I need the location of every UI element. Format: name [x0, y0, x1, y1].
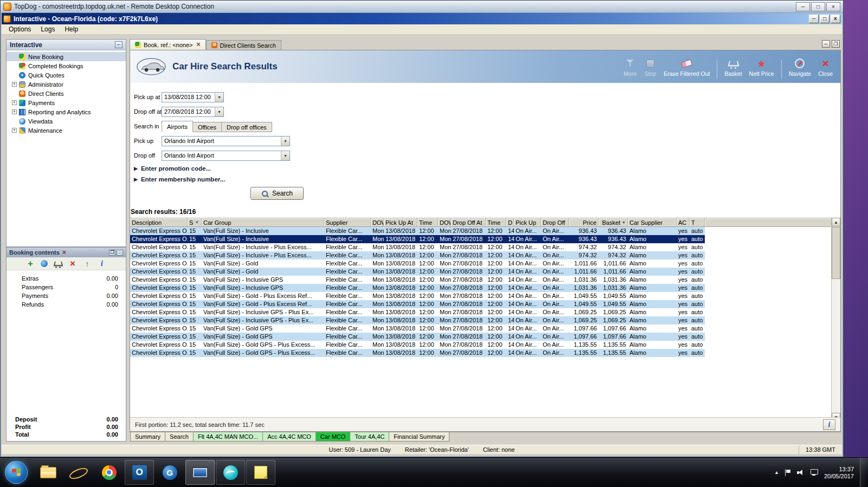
menu-options[interactable]: Options — [4, 24, 36, 34]
search-in-tab-airports[interactable]: Airports — [162, 121, 193, 132]
dropoff-location-combobox[interactable]: Orlando Intl Airport ▼ — [162, 151, 290, 161]
column-header-drop-off[interactable]: Drop Off — [541, 218, 569, 226]
tab-booking-ref[interactable]: Book. ref.: <none> × — [130, 39, 206, 50]
column-header-t[interactable]: T — [690, 218, 705, 226]
bottom-tab-car-mco[interactable]: Car MCO — [316, 432, 350, 441]
column-header-basket[interactable]: Basket▼ — [599, 218, 628, 226]
sidebar-item-direct-clients[interactable]: Direct Clients — [7, 89, 126, 98]
taskbar-outlook-button[interactable] — [125, 460, 154, 485]
bottom-tab-summary[interactable]: Summary — [130, 432, 165, 441]
column-header-pick-up-at[interactable]: Pick Up At — [384, 218, 417, 226]
filter-icon[interactable]: ▼ — [195, 220, 199, 225]
menu-logs[interactable]: Logs — [36, 24, 60, 34]
booking-panel-restore-button[interactable]: ❐ — [109, 250, 115, 256]
result-row[interactable]: Chevrolet Express O...15Van(Full Size) -… — [130, 276, 705, 284]
promotion-code-toggle[interactable]: ▶ Enter promotion code... — [134, 165, 211, 172]
rdp-close-button[interactable]: × — [826, 2, 840, 11]
result-row[interactable]: Chevrolet Express O...15Van(Full Size) -… — [130, 235, 705, 243]
search-in-tab-drop-off-offices[interactable]: Drop off offices — [221, 122, 272, 132]
app-maximize-button[interactable]: □ — [820, 15, 830, 23]
chevron-down-icon[interactable]: ▼ — [215, 107, 223, 116]
result-row[interactable]: Chevrolet Express O...15Van(Full Size) -… — [130, 251, 705, 259]
taskbar-g-app-button[interactable] — [155, 460, 184, 485]
expander-icon[interactable]: + — [12, 128, 17, 133]
taskbar-chrome-button[interactable] — [94, 460, 124, 485]
info-icon[interactable] — [98, 259, 106, 268]
panel-collapse-button[interactable]: ─ — [115, 41, 123, 48]
chevron-down-icon[interactable]: ▼ — [215, 93, 223, 102]
result-row[interactable]: Chevrolet Express O...15Van(Full Size) -… — [130, 341, 705, 349]
results-scrollbar[interactable]: ▲ ▼ — [831, 218, 840, 421]
membership-number-toggle[interactable]: ▶ Enter membership number... — [134, 176, 225, 183]
rdp-minimize-button[interactable]: ─ — [796, 2, 810, 11]
volume-icon[interactable] — [797, 469, 805, 476]
result-row[interactable]: Chevrolet Express O...15Van(Full Size) -… — [130, 316, 705, 324]
mdi-restore-button[interactable]: ❐ — [832, 40, 840, 48]
sidebar-item-maintenance[interactable]: +Maintenance — [7, 126, 126, 135]
bottom-tab-tour-4a-4c[interactable]: Tour 4A,4C — [350, 432, 389, 441]
bottom-tab-financial-summary[interactable]: Financial Summary — [389, 432, 449, 441]
toolbar-close-button[interactable]: Close — [818, 58, 833, 77]
clock[interactable]: 13:37 20/05/2017 — [824, 465, 854, 480]
column-header-car-supplier[interactable]: Car Supplier — [628, 218, 677, 226]
taskbar-internet-explorer-button[interactable] — [64, 460, 93, 485]
column-header-car-group[interactable]: Car Group — [202, 218, 324, 226]
toolbar-erase-filtered-out-button[interactable]: Erase Filtered Out — [664, 58, 710, 77]
rdp-maximize-button[interactable]: □ — [811, 2, 825, 11]
booking-contents-close-icon[interactable]: × — [62, 250, 66, 255]
column-header-description[interactable]: Description — [130, 218, 188, 226]
toolbar-basket-button[interactable]: Basket — [724, 58, 742, 77]
result-row[interactable]: Chevrolet Express O...15Van(Full Size) -… — [130, 349, 705, 357]
mdi-minimize-button[interactable]: ─ — [822, 40, 830, 48]
toolbar-nett-price-button[interactable]: Nett Price — [749, 58, 774, 77]
sidebar-item-new-booking[interactable]: New Booking — [7, 52, 126, 61]
toolbar-more-button[interactable]: More — [623, 58, 636, 77]
plus-icon[interactable] — [26, 259, 35, 268]
column-header-pick-up[interactable]: Pick Up — [514, 218, 541, 226]
result-row[interactable]: Chevrolet Express O...15Van(Full Size) -… — [130, 243, 705, 251]
result-row[interactable]: Chevrolet Express O...15Van(Full Size) -… — [130, 333, 705, 341]
delete-icon[interactable] — [68, 259, 77, 268]
result-row[interactable]: Chevrolet Express O...15Van(Full Size) -… — [130, 292, 705, 300]
result-row[interactable]: Chevrolet Express O...15Van(Full Size) -… — [130, 227, 705, 235]
show-hidden-icons-button[interactable]: ▲ — [774, 470, 779, 475]
app-titlebar[interactable]: Interactive - Ocean-Florida (code: x7F2k… — [2, 13, 842, 24]
search-in-tab-offices[interactable]: Offices — [192, 122, 222, 132]
result-row[interactable]: Chevrolet Express O...15Van(Full Size) -… — [130, 300, 705, 308]
scrollbar-thumb[interactable] — [832, 227, 840, 279]
sidebar-item-viewdata[interactable]: Viewdata — [7, 116, 126, 126]
column-header-time[interactable]: Time — [486, 218, 506, 226]
tab-close-icon[interactable]: × — [197, 42, 201, 47]
app-minimize-button[interactable]: ─ — [809, 15, 819, 23]
taskbar-teal-app-button[interactable] — [216, 460, 245, 485]
result-row[interactable]: Chevrolet Express O...15Van(Full Size) -… — [130, 284, 705, 292]
column-header-dow[interactable]: DOW — [438, 218, 451, 226]
booking-panel-maximize-button[interactable]: □ — [117, 250, 123, 256]
column-header-ac[interactable]: AC — [677, 218, 690, 226]
chevron-down-icon[interactable]: ▼ — [281, 151, 290, 160]
menu-help[interactable]: Help — [60, 24, 83, 34]
result-row[interactable]: Chevrolet Express O...15Van(Full Size) -… — [130, 259, 705, 268]
upload-icon[interactable] — [83, 259, 92, 268]
chevron-down-icon[interactable]: ▼ — [281, 137, 290, 146]
bottom-tab-acc-4a-4c-mco[interactable]: Acc 4A,4C MCO — [262, 432, 316, 441]
column-header-d[interactable]: D — [506, 218, 514, 226]
remote-desktop-titlebar[interactable]: TopDog - comostreetrdp.topdog.uk.net - R… — [1, 1, 843, 13]
bottom-tab-search[interactable]: Search — [165, 432, 194, 441]
sidebar-item-quick-quotes[interactable]: Quick Quotes — [7, 70, 126, 80]
column-header-time[interactable]: Time — [417, 218, 438, 226]
sidebar-item-completed-bookings[interactable]: Completed Bookings — [7, 61, 126, 70]
network-icon[interactable] — [811, 469, 818, 476]
taskbar-explorer-button[interactable] — [34, 460, 63, 485]
sidebar-item-administrator[interactable]: +Administrator — [7, 80, 126, 89]
expander-icon[interactable]: + — [12, 109, 17, 114]
scrollbar-up-button[interactable]: ▲ — [832, 218, 840, 226]
expander-icon[interactable]: + — [12, 100, 17, 105]
column-header-supplier[interactable]: Supplier — [324, 218, 371, 226]
result-row[interactable]: Chevrolet Express O...15Van(Full Size) -… — [130, 308, 705, 316]
expander-icon[interactable]: + — [12, 82, 17, 87]
start-button[interactable] — [5, 461, 28, 484]
taskbar-sticky-notes-button[interactable] — [246, 460, 275, 485]
action-center-icon[interactable] — [785, 469, 791, 476]
search-button[interactable]: Search — [250, 187, 304, 200]
